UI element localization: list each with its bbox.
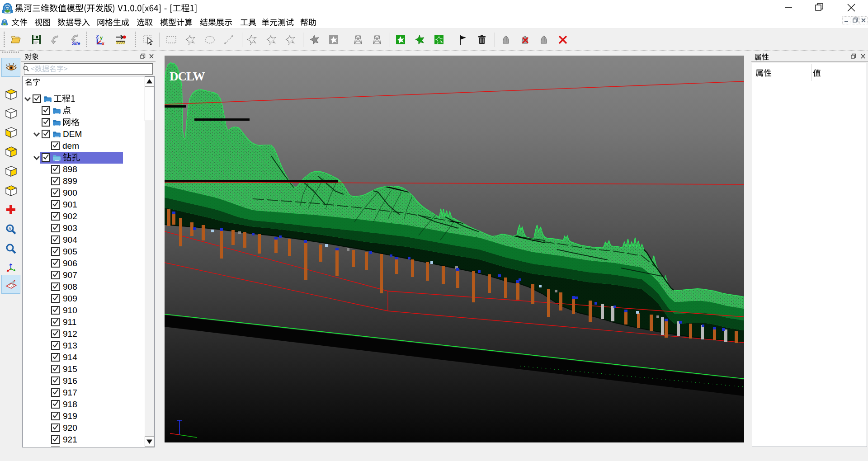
svg-text:DCLW: DCLW <box>170 70 205 83</box>
svg-text:y: y <box>100 35 103 40</box>
svg-text:Site: Site <box>72 41 80 46</box>
svg-text:x: x <box>102 41 105 46</box>
svg-text:Z: Z <box>96 34 99 39</box>
svg-text:A: A <box>9 226 12 231</box>
